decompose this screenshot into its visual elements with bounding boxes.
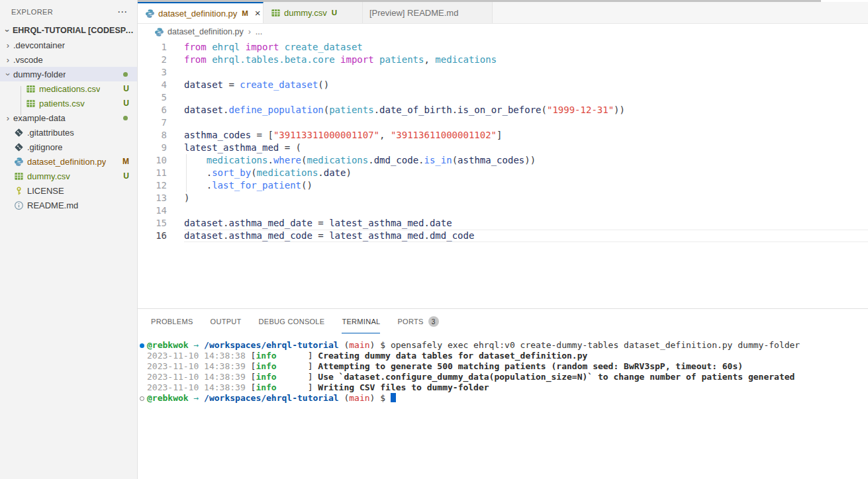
tree-item--vscode[interactable]: ›.vscode <box>0 52 137 67</box>
code-token: = <box>313 218 329 228</box>
code-token: , <box>424 54 435 65</box>
terminal-text: /workspaces/ehrql-tutorial <box>204 393 339 403</box>
git-status-badge: M <box>122 157 129 166</box>
code-line <box>184 66 625 79</box>
line-number: 15 <box>138 217 167 230</box>
code-token: . <box>267 155 273 165</box>
bottom-panel: PROBLEMSOUTPUTDEBUG CONSOLETERMINALPORTS… <box>138 308 868 479</box>
code-line <box>184 204 625 217</box>
panel-tab-label: TERMINAL <box>342 318 380 326</box>
terminal-text: info <box>256 372 276 382</box>
code-token: sort_by <box>212 167 251 178</box>
explorer-sidebar: EXPLORER ⋯ › EHRQL-TUTORIAL [CODESPACES:… <box>0 0 138 479</box>
code-token: "1999-12-31" <box>547 105 614 115</box>
breadcrumb-file[interactable]: dataset_definition.py <box>168 27 244 36</box>
git-status-badge: U <box>123 99 129 108</box>
python-file-icon <box>13 156 24 167</box>
panel-tab-output[interactable]: OUTPUT <box>211 309 242 333</box>
terminal-text <box>199 340 204 350</box>
panel-tab-problems[interactable]: PROBLEMS <box>151 309 193 333</box>
panel-tab-debug-console[interactable]: DEBUG CONSOLE <box>259 309 325 333</box>
code-token: dmd_code <box>374 155 418 165</box>
tree-item-license[interactable]: LICENSE <box>0 183 137 198</box>
code-token: ehrql.tables.beta.core <box>212 54 334 65</box>
tree-item--gitattributes[interactable]: .gitattributes <box>0 125 137 140</box>
code-token: medications <box>257 167 318 178</box>
code-token <box>335 54 340 65</box>
line-number: 6 <box>138 104 167 116</box>
code-token <box>240 42 245 52</box>
line-number: 14 <box>138 204 167 217</box>
breadcrumb-more[interactable]: ... <box>256 27 262 36</box>
terminal-text: Writing CSV files to dummy-folder <box>318 382 489 392</box>
explorer-title: EXPLORER <box>11 8 53 16</box>
code-token: ( <box>542 105 547 115</box>
command-decoration-icon[interactable] <box>140 396 144 401</box>
code-token: dmd_code <box>430 230 474 241</box>
terminal-line: 2023-11-10 14:38:39 [info ] Attempting t… <box>138 361 868 372</box>
terminal-text: main <box>349 393 369 403</box>
workspace-root-item[interactable]: › EHRQL-TUTORIAL [CODESPACES:... <box>0 23 137 38</box>
tree-item-dummy-folder[interactable]: ›dummy-folder <box>0 67 137 81</box>
panel-tab-ports[interactable]: PORTS3 <box>397 309 438 333</box>
breadcrumb[interactable]: dataset_definition.py › ... <box>138 24 868 40</box>
terminal-text: Attempting to generate 500 matching pati… <box>318 361 743 371</box>
code-token: . <box>368 155 373 165</box>
tree-item--devcontainer[interactable]: ›.devcontainer <box>0 38 137 52</box>
terminal-text: 2023-11-10 14:38:38 <box>147 351 251 361</box>
python-file-icon <box>144 8 155 19</box>
line-number: 10 <box>138 154 167 167</box>
tree-item-label: patients.csv <box>39 99 85 109</box>
csv-file-icon <box>25 98 36 109</box>
command-decoration-icon[interactable] <box>140 343 144 348</box>
explorer-more-icon[interactable]: ⋯ <box>117 9 128 15</box>
tree-item-label: dummy-folder <box>13 69 66 79</box>
tab--preview-readme-md[interactable]: [Preview] README.md <box>363 2 493 23</box>
vscode-window: EXPLORER ⋯ › EHRQL-TUTORIAL [CODESPACES:… <box>0 0 868 479</box>
code-line: latest_asthma_med = ( <box>184 142 625 154</box>
tree-item-label: .vscode <box>13 55 43 65</box>
code-line: dataset.asthma_med_date = latest_asthma_… <box>184 217 625 230</box>
tree-item-dummy-csv[interactable]: dummy.csvU <box>0 169 137 183</box>
git-file-icon <box>13 127 24 138</box>
code-token: ( <box>452 155 458 165</box>
code-token <box>279 42 284 52</box>
tree-item-label: medications.csv <box>39 84 100 94</box>
terminal[interactable]: @rebkwok → /workspaces/ehrql-tutorial (m… <box>138 340 868 404</box>
tab-dataset-definition-py[interactable]: dataset_definition.pyM× <box>138 2 264 23</box>
close-icon[interactable]: × <box>255 9 261 17</box>
tab-label: [Preview] README.md <box>369 8 458 18</box>
code-token <box>184 155 207 165</box>
line-number: 12 <box>138 179 167 192</box>
chevron-right-icon: › <box>248 27 251 36</box>
code-content[interactable]: from ehrql import create_datasetfrom ehr… <box>184 41 625 242</box>
panel-tab-label: OUTPUT <box>211 318 242 326</box>
code-token: )) <box>614 105 625 115</box>
license-file-icon <box>13 185 24 196</box>
code-token: dataset <box>184 230 223 241</box>
tree-item-readme-md[interactable]: README.md <box>0 198 137 212</box>
panel-tab-terminal[interactable]: TERMINAL <box>342 309 380 333</box>
code-token: patients <box>329 105 373 115</box>
tree-item-dataset-definition-py[interactable]: dataset_definition.pyM <box>0 154 137 169</box>
terminal-text: ( <box>339 393 350 403</box>
tree-item--gitignore[interactable]: .gitignore <box>0 140 137 154</box>
line-number: 8 <box>138 129 167 142</box>
terminal-text: ] <box>277 361 318 371</box>
code-token: asthma_med_date <box>228 218 312 228</box>
code-line <box>184 116 625 129</box>
terminal-text: main <box>349 340 369 350</box>
terminal-text: ] <box>277 351 318 361</box>
line-number: 16 <box>138 230 167 242</box>
code-token: . <box>452 105 458 115</box>
tree-indent-guide <box>21 86 21 115</box>
code-editor[interactable]: 12345678910111213141516 from ehrql impor… <box>138 40 868 308</box>
code-token: asthma_codes <box>184 130 251 140</box>
git-status-badge: U <box>123 171 129 181</box>
line-number: 2 <box>138 54 167 66</box>
code-token: ehrql <box>212 42 240 52</box>
terminal-text <box>199 393 204 403</box>
tab-dummy-csv[interactable]: dummy.csvU <box>264 2 363 23</box>
code-token: . <box>424 230 429 241</box>
code-token: where <box>273 155 301 165</box>
